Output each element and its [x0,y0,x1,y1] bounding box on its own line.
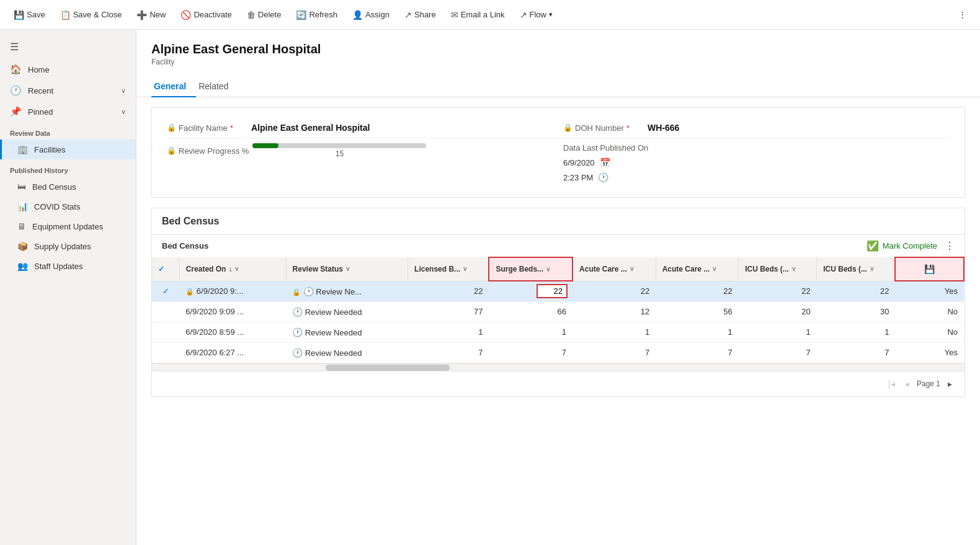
row3-clock-icon: 🕐 [292,327,303,337]
acute-care-1-label: Acute Care ... [579,265,627,273]
more-options-icon: ⋮ [958,10,966,19]
th-created-on[interactable]: Created On ↓ ∨ [179,257,286,281]
flow-button[interactable]: ↗ Flow ▾ [514,6,559,24]
save-close-button[interactable]: 📋 Save & Close [54,6,128,24]
hamburger-icon[interactable]: ☰ [0,35,136,59]
published-history-section-title: Published History [0,159,136,177]
licensed-beds-label: Licensed B... [414,265,460,273]
row3-created: 6/9/2020 8:59 ... [179,322,286,342]
facility-name-value: Alpine East General Hospital [251,123,370,133]
sidebar-item-bed-census[interactable]: 🛏 Bed Census [0,177,136,197]
licensed-chevron-icon: ∨ [463,265,467,272]
page-header: Alpine East General Hospital Facility [136,30,980,71]
horizontal-scrollbar[interactable] [152,363,964,371]
header-check-icon: ✓ [158,265,164,273]
row1-checkbox[interactable]: ✓ [152,281,179,301]
th-save-action[interactable]: 💾 [895,257,964,281]
row2-last: No [895,301,964,322]
more-options-button[interactable]: ⋮ [952,6,973,23]
sidebar-item-staff-updates[interactable]: 👥 Staff Updates [0,256,136,276]
sidebar-item-home[interactable]: 🏠 Home [0,59,136,80]
table-header-row: ✓ Created On ↓ ∨ [152,257,964,281]
table-scroll-container[interactable]: ✓ Created On ↓ ∨ [152,257,964,363]
surge-beds-input[interactable] [537,284,568,298]
row3-surge: 1 [489,322,572,342]
bed-census-section-title: Bed Census [152,208,964,235]
covid-stats-icon: 📊 [17,202,28,211]
mark-complete-button[interactable]: ✅ Mark Complete [866,240,937,252]
sidebar-item-supply-updates[interactable]: 📦 Supply Updates [0,236,136,256]
progress-label: 15 [252,149,426,158]
sidebar-item-facilities[interactable]: 🏢 Facilities [0,140,136,159]
assign-button[interactable]: 👤 Assign [346,6,396,24]
data-published-label: Data Last Published On [563,143,648,153]
row1-check-icon: ✓ [163,286,169,296]
staff-updates-icon: 👥 [17,261,28,271]
row1-last: Yes [895,281,964,301]
email-link-button[interactable]: ✉ Email a Link [445,6,511,24]
progress-bar-background [252,143,426,148]
row2-checkbox[interactable] [152,301,179,322]
surge-beds-label: Surge Beds... [496,265,543,273]
row4-icu1: 7 [739,342,817,363]
th-acute-care-2[interactable]: Acute Care ... ∨ [656,257,738,281]
new-button[interactable]: ➕ New [130,6,172,24]
th-icu-beds-1[interactable]: ICU Beds (... ∨ [739,257,817,281]
pinned-chevron-icon: ∨ [121,108,126,116]
pagination-next-button[interactable]: ▸ [945,376,955,391]
refresh-button[interactable]: 🔄 Refresh [290,6,344,24]
sidebar-item-recent[interactable]: 🕐 Recent ∨ [0,80,136,101]
table-row: ✓ 🔒 6/9/2020 9:... 🔒 🕐 Review Ne... [152,281,964,301]
doh-number-lock-icon: 🔒 [563,123,572,132]
tab-related[interactable]: Related [196,76,238,97]
icu-beds-1-label: ICU Beds (... [745,265,789,273]
scroll-thumb[interactable] [326,365,450,371]
tab-general[interactable]: General [151,76,196,97]
sidebar-item-pinned[interactable]: 📌 Pinned ∨ [0,101,136,122]
row4-acute2: 7 [656,342,738,363]
review-status-label: Review Status [293,265,343,273]
main-layout: ☰ 🏠 Home 🕐 Recent ∨ 📌 Pinned ∨ Review Da… [0,30,980,545]
row2-created: 6/9/2020 9:09 ... [179,301,286,322]
row4-icu2: 7 [817,342,896,363]
row2-clock-icon: 🕐 [292,307,303,317]
delete-button[interactable]: 🗑 Delete [241,6,288,24]
row2-review-status: 🕐 Review Needed [286,301,408,322]
table-save-button[interactable]: 💾 [922,263,937,275]
share-button[interactable]: ↗ Share [398,6,442,24]
th-surge-beds[interactable]: Surge Beds... ∨ [489,257,572,281]
row1-lock-icon: 🔒 [185,288,194,295]
facility-name-field: 🔒 Facility Name * Alpine East General Ho… [167,123,553,133]
row1-surge[interactable] [489,281,572,301]
grid-more-button[interactable]: ⋮ [945,240,955,252]
save-button[interactable]: 💾 Save [7,6,51,24]
th-icu-beds-2[interactable]: ICU Beds (... ∨ [817,257,896,281]
th-licensed-beds[interactable]: Licensed B... ∨ [408,257,489,281]
check-circle-icon: ✅ [866,240,879,252]
pagination-prev-button[interactable]: ◂ [902,376,912,391]
toolbar: 💾 Save 📋 Save & Close ➕ New 🚫 Deactivate… [0,0,980,30]
deactivate-button[interactable]: 🚫 Deactivate [174,6,238,24]
facility-name-required: * [230,123,233,133]
refresh-icon: 🔄 [296,10,306,20]
doh-number-field: 🔒 DOH Number * WH-666 [563,123,950,133]
row2-licensed: 77 [408,301,489,322]
sidebar-item-covid-stats[interactable]: 📊 COVID Stats [0,197,136,216]
row3-acute2: 1 [656,322,738,342]
review-progress-field: 🔒 Review Progress % 15 [167,143,553,158]
th-review-status[interactable]: Review Status ∨ [286,257,408,281]
sidebar-item-equipment-updates[interactable]: 🖥 Equipment Updates [0,216,136,236]
progress-container: 15 [252,143,553,158]
acute1-chevron-icon: ∨ [630,265,634,272]
row3-checkbox[interactable] [152,322,179,342]
pinned-icon: 📌 [10,106,22,117]
row4-licensed: 7 [408,342,489,363]
bed-census-section: Bed Census Bed Census ✅ Mark Complete ⋮ [151,208,965,397]
row4-checkbox[interactable] [152,342,179,363]
pagination-first-button[interactable]: |◂ [886,376,898,391]
calendar-icon: 📅 [600,157,610,167]
th-acute-care-1[interactable]: Acute Care ... ∨ [572,257,656,281]
th-checkbox[interactable]: ✓ [152,257,179,281]
row4-surge: 7 [489,342,572,363]
row1-created: 🔒 6/9/2020 9:... [179,281,286,301]
